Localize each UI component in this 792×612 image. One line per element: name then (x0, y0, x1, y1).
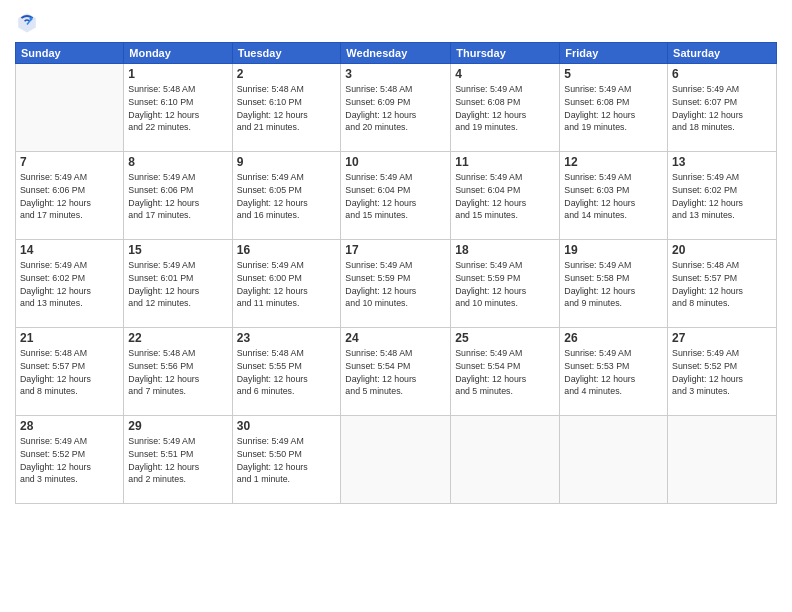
day-number: 19 (564, 243, 663, 257)
day-info: Sunrise: 5:48 AM Sunset: 5:55 PM Dayligh… (237, 347, 337, 398)
day-number: 14 (20, 243, 119, 257)
day-info: Sunrise: 5:49 AM Sunset: 6:04 PM Dayligh… (345, 171, 446, 222)
day-number: 11 (455, 155, 555, 169)
calendar-week-4: 21Sunrise: 5:48 AM Sunset: 5:57 PM Dayli… (16, 328, 777, 416)
calendar-cell (16, 64, 124, 152)
day-info: Sunrise: 5:49 AM Sunset: 5:51 PM Dayligh… (128, 435, 227, 486)
page-header (15, 10, 777, 34)
day-info: Sunrise: 5:49 AM Sunset: 6:03 PM Dayligh… (564, 171, 663, 222)
day-number: 20 (672, 243, 772, 257)
calendar-cell: 17Sunrise: 5:49 AM Sunset: 5:59 PM Dayli… (341, 240, 451, 328)
day-info: Sunrise: 5:49 AM Sunset: 5:58 PM Dayligh… (564, 259, 663, 310)
day-info: Sunrise: 5:48 AM Sunset: 5:57 PM Dayligh… (20, 347, 119, 398)
calendar-cell: 20Sunrise: 5:48 AM Sunset: 5:57 PM Dayli… (668, 240, 777, 328)
day-number: 21 (20, 331, 119, 345)
day-info: Sunrise: 5:49 AM Sunset: 6:08 PM Dayligh… (564, 83, 663, 134)
weekday-header-thursday: Thursday (451, 43, 560, 64)
calendar-cell: 15Sunrise: 5:49 AM Sunset: 6:01 PM Dayli… (124, 240, 232, 328)
day-number: 1 (128, 67, 227, 81)
calendar-week-1: 1Sunrise: 5:48 AM Sunset: 6:10 PM Daylig… (16, 64, 777, 152)
calendar-cell: 14Sunrise: 5:49 AM Sunset: 6:02 PM Dayli… (16, 240, 124, 328)
day-number: 8 (128, 155, 227, 169)
weekday-header-saturday: Saturday (668, 43, 777, 64)
day-info: Sunrise: 5:49 AM Sunset: 5:59 PM Dayligh… (345, 259, 446, 310)
day-number: 5 (564, 67, 663, 81)
calendar-cell: 29Sunrise: 5:49 AM Sunset: 5:51 PM Dayli… (124, 416, 232, 504)
day-number: 15 (128, 243, 227, 257)
logo (15, 10, 43, 34)
calendar-cell: 24Sunrise: 5:48 AM Sunset: 5:54 PM Dayli… (341, 328, 451, 416)
calendar-cell: 16Sunrise: 5:49 AM Sunset: 6:00 PM Dayli… (232, 240, 341, 328)
svg-point-1 (29, 17, 32, 20)
day-number: 28 (20, 419, 119, 433)
calendar-cell: 5Sunrise: 5:49 AM Sunset: 6:08 PM Daylig… (560, 64, 668, 152)
weekday-header-monday: Monday (124, 43, 232, 64)
day-info: Sunrise: 5:49 AM Sunset: 6:04 PM Dayligh… (455, 171, 555, 222)
calendar-cell: 6Sunrise: 5:49 AM Sunset: 6:07 PM Daylig… (668, 64, 777, 152)
day-number: 10 (345, 155, 446, 169)
calendar-cell: 12Sunrise: 5:49 AM Sunset: 6:03 PM Dayli… (560, 152, 668, 240)
day-info: Sunrise: 5:49 AM Sunset: 6:01 PM Dayligh… (128, 259, 227, 310)
calendar-cell: 22Sunrise: 5:48 AM Sunset: 5:56 PM Dayli… (124, 328, 232, 416)
day-number: 29 (128, 419, 227, 433)
calendar-cell: 2Sunrise: 5:48 AM Sunset: 6:10 PM Daylig… (232, 64, 341, 152)
day-info: Sunrise: 5:49 AM Sunset: 6:00 PM Dayligh… (237, 259, 337, 310)
day-number: 23 (237, 331, 337, 345)
day-number: 4 (455, 67, 555, 81)
day-info: Sunrise: 5:48 AM Sunset: 5:56 PM Dayligh… (128, 347, 227, 398)
day-info: Sunrise: 5:49 AM Sunset: 6:08 PM Dayligh… (455, 83, 555, 134)
day-info: Sunrise: 5:48 AM Sunset: 5:57 PM Dayligh… (672, 259, 772, 310)
day-number: 30 (237, 419, 337, 433)
day-info: Sunrise: 5:49 AM Sunset: 6:02 PM Dayligh… (672, 171, 772, 222)
day-number: 24 (345, 331, 446, 345)
calendar-week-5: 28Sunrise: 5:49 AM Sunset: 5:52 PM Dayli… (16, 416, 777, 504)
logo-icon (15, 10, 39, 34)
day-info: Sunrise: 5:49 AM Sunset: 5:59 PM Dayligh… (455, 259, 555, 310)
day-info: Sunrise: 5:49 AM Sunset: 5:53 PM Dayligh… (564, 347, 663, 398)
day-number: 27 (672, 331, 772, 345)
day-number: 2 (237, 67, 337, 81)
day-number: 22 (128, 331, 227, 345)
weekday-header-friday: Friday (560, 43, 668, 64)
calendar-cell: 27Sunrise: 5:49 AM Sunset: 5:52 PM Dayli… (668, 328, 777, 416)
day-info: Sunrise: 5:49 AM Sunset: 6:07 PM Dayligh… (672, 83, 772, 134)
day-info: Sunrise: 5:49 AM Sunset: 5:54 PM Dayligh… (455, 347, 555, 398)
weekday-header-wednesday: Wednesday (341, 43, 451, 64)
day-number: 17 (345, 243, 446, 257)
day-number: 18 (455, 243, 555, 257)
calendar-table: SundayMondayTuesdayWednesdayThursdayFrid… (15, 42, 777, 504)
day-info: Sunrise: 5:48 AM Sunset: 6:10 PM Dayligh… (128, 83, 227, 134)
calendar-cell: 30Sunrise: 5:49 AM Sunset: 5:50 PM Dayli… (232, 416, 341, 504)
day-info: Sunrise: 5:49 AM Sunset: 6:06 PM Dayligh… (128, 171, 227, 222)
calendar-cell: 4Sunrise: 5:49 AM Sunset: 6:08 PM Daylig… (451, 64, 560, 152)
calendar-cell: 7Sunrise: 5:49 AM Sunset: 6:06 PM Daylig… (16, 152, 124, 240)
calendar-cell: 9Sunrise: 5:49 AM Sunset: 6:05 PM Daylig… (232, 152, 341, 240)
calendar-cell (341, 416, 451, 504)
calendar-cell: 26Sunrise: 5:49 AM Sunset: 5:53 PM Dayli… (560, 328, 668, 416)
calendar-cell: 18Sunrise: 5:49 AM Sunset: 5:59 PM Dayli… (451, 240, 560, 328)
calendar-cell: 23Sunrise: 5:48 AM Sunset: 5:55 PM Dayli… (232, 328, 341, 416)
calendar-cell: 28Sunrise: 5:49 AM Sunset: 5:52 PM Dayli… (16, 416, 124, 504)
calendar-cell (668, 416, 777, 504)
day-info: Sunrise: 5:48 AM Sunset: 5:54 PM Dayligh… (345, 347, 446, 398)
weekday-header-sunday: Sunday (16, 43, 124, 64)
calendar-week-3: 14Sunrise: 5:49 AM Sunset: 6:02 PM Dayli… (16, 240, 777, 328)
day-info: Sunrise: 5:49 AM Sunset: 6:02 PM Dayligh… (20, 259, 119, 310)
calendar-cell (451, 416, 560, 504)
calendar-cell: 1Sunrise: 5:48 AM Sunset: 6:10 PM Daylig… (124, 64, 232, 152)
calendar-cell: 10Sunrise: 5:49 AM Sunset: 6:04 PM Dayli… (341, 152, 451, 240)
calendar-cell: 19Sunrise: 5:49 AM Sunset: 5:58 PM Dayli… (560, 240, 668, 328)
day-info: Sunrise: 5:49 AM Sunset: 5:52 PM Dayligh… (20, 435, 119, 486)
day-info: Sunrise: 5:49 AM Sunset: 5:52 PM Dayligh… (672, 347, 772, 398)
day-number: 6 (672, 67, 772, 81)
calendar-cell (560, 416, 668, 504)
day-number: 13 (672, 155, 772, 169)
calendar-cell: 21Sunrise: 5:48 AM Sunset: 5:57 PM Dayli… (16, 328, 124, 416)
day-info: Sunrise: 5:48 AM Sunset: 6:09 PM Dayligh… (345, 83, 446, 134)
day-number: 12 (564, 155, 663, 169)
day-info: Sunrise: 5:49 AM Sunset: 6:05 PM Dayligh… (237, 171, 337, 222)
weekday-header-row: SundayMondayTuesdayWednesdayThursdayFrid… (16, 43, 777, 64)
calendar-cell: 3Sunrise: 5:48 AM Sunset: 6:09 PM Daylig… (341, 64, 451, 152)
day-info: Sunrise: 5:49 AM Sunset: 5:50 PM Dayligh… (237, 435, 337, 486)
calendar-cell: 11Sunrise: 5:49 AM Sunset: 6:04 PM Dayli… (451, 152, 560, 240)
